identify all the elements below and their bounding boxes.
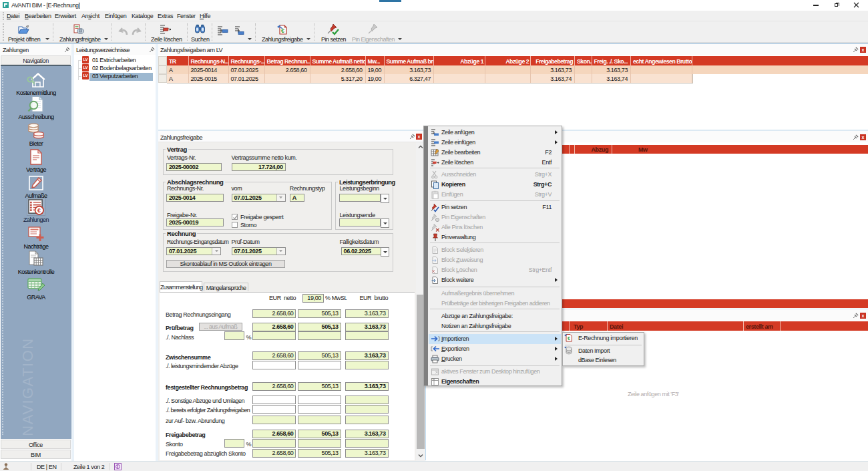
svg-text:€: €: [568, 336, 570, 341]
svg-text:€: €: [37, 207, 41, 214]
